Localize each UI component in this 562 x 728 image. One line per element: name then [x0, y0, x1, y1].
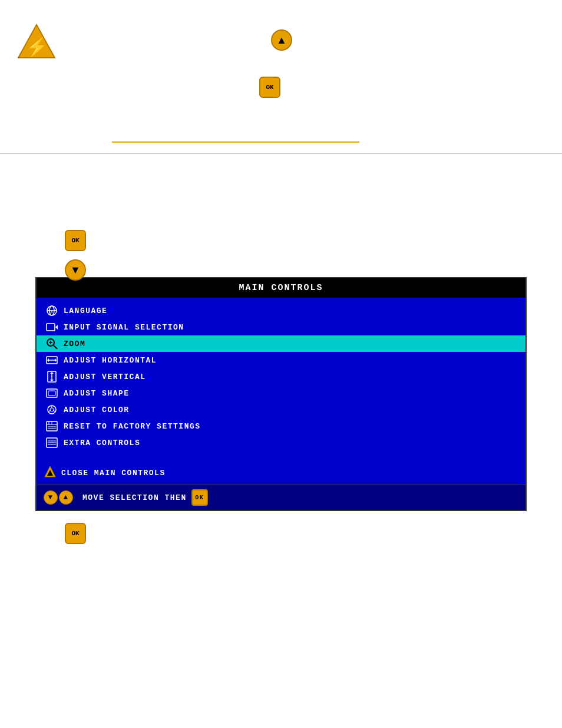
osd-item-zoom[interactable]: ZOOM — [37, 335, 525, 352]
adjust-vertical-icon — [44, 371, 60, 383]
footer-arrows: ▼ ▲ — [44, 490, 73, 505]
adjust-color-label: ADJUST COLOR — [64, 406, 130, 414]
input-signal-icon — [44, 321, 60, 333]
up-arrow-button[interactable]: ▲ — [271, 29, 292, 51]
reset-factory-label: RESET TO FACTORY SETTINGS — [64, 422, 201, 431]
extra-controls-label: EXTRA CONTROLS — [64, 439, 140, 447]
svg-point-23 — [50, 408, 54, 411]
svg-marker-19 — [50, 380, 54, 381]
ok-button-middle[interactable]: OK — [65, 230, 86, 251]
close-main-icon — [44, 465, 57, 481]
zoom-icon — [44, 338, 60, 350]
svg-text:⚡: ⚡ — [26, 37, 48, 58]
svg-rect-6 — [47, 324, 55, 331]
svg-marker-15 — [55, 358, 57, 362]
close-main-label: CLOSE MAIN CONTROLS — [61, 469, 166, 477]
osd-items-list: 3 LANGUAGE INPUT SIGNAL SELECTION — [37, 298, 525, 456]
osd-item-adjust-color[interactable]: ADJUST COLOR — [37, 401, 525, 418]
footer-move-label: MOVE SELECTION THEN — [82, 493, 187, 502]
reset-factory-icon — [44, 420, 60, 432]
footer-down-arrow: ▼ — [44, 490, 58, 505]
top-section: ⚡ ▲ OK — [0, 0, 562, 183]
svg-marker-18 — [50, 372, 54, 374]
footer-ok-button[interactable]: OK — [191, 489, 208, 506]
svg-line-25 — [53, 410, 55, 411]
language-icon: 3 — [44, 305, 60, 317]
osd-menu: MAIN CONTROLS 3 LANGUAGE — [35, 277, 527, 511]
osd-footer: ▼ ▲ MOVE SELECTION THEN OK — [37, 485, 525, 510]
extra-controls-icon — [44, 437, 60, 449]
svg-text:3: 3 — [50, 309, 54, 314]
svg-marker-14 — [47, 358, 49, 362]
osd-item-adjust-vertical[interactable]: ADJUST VERTICAL — [37, 368, 525, 385]
svg-line-9 — [54, 345, 57, 349]
svg-marker-7 — [55, 325, 58, 330]
language-label: LANGUAGE — [64, 307, 107, 315]
adjust-vertical-label: ADJUST VERTICAL — [64, 373, 146, 381]
orange-underline — [112, 141, 359, 143]
osd-item-adjust-shape[interactable]: ADJUST SHAPE — [37, 385, 525, 401]
osd-item-input-signal[interactable]: INPUT SIGNAL SELECTION — [37, 319, 525, 335]
adjust-shape-label: ADJUST SHAPE — [64, 389, 130, 398]
ok-button-bottom[interactable]: OK — [65, 523, 86, 544]
input-signal-label: INPUT SIGNAL SELECTION — [64, 323, 184, 332]
ok-button-top[interactable]: OK — [259, 77, 280, 98]
osd-item-language[interactable]: 3 LANGUAGE — [37, 302, 525, 319]
osd-item-adjust-horizontal[interactable]: ADJUST HORIZONTAL — [37, 352, 525, 368]
osd-item-extra-controls[interactable]: EXTRA CONTROLS — [37, 434, 525, 451]
svg-line-26 — [49, 410, 51, 411]
osd-item-reset-factory[interactable]: RESET TO FACTORY SETTINGS — [37, 418, 525, 434]
bottom-section: OK — [0, 511, 562, 582]
middle-section: OK ▼ — [0, 183, 562, 277]
adjust-horizontal-icon — [44, 354, 60, 366]
osd-spacer — [37, 456, 525, 462]
osd-close-row[interactable]: CLOSE MAIN CONTROLS — [37, 462, 525, 485]
footer-up-arrow: ▲ — [59, 490, 73, 505]
osd-title: MAIN CONTROLS — [37, 278, 525, 298]
warning-icon: ⚡ — [18, 24, 56, 59]
adjust-horizontal-label: ADJUST HORIZONTAL — [64, 356, 157, 365]
adjust-shape-icon — [44, 387, 60, 399]
zoom-label: ZOOM — [64, 340, 85, 348]
section-divider — [0, 153, 562, 154]
adjust-color-icon — [44, 404, 60, 416]
svg-rect-21 — [48, 391, 55, 396]
down-arrow-button[interactable]: ▼ — [65, 259, 86, 281]
